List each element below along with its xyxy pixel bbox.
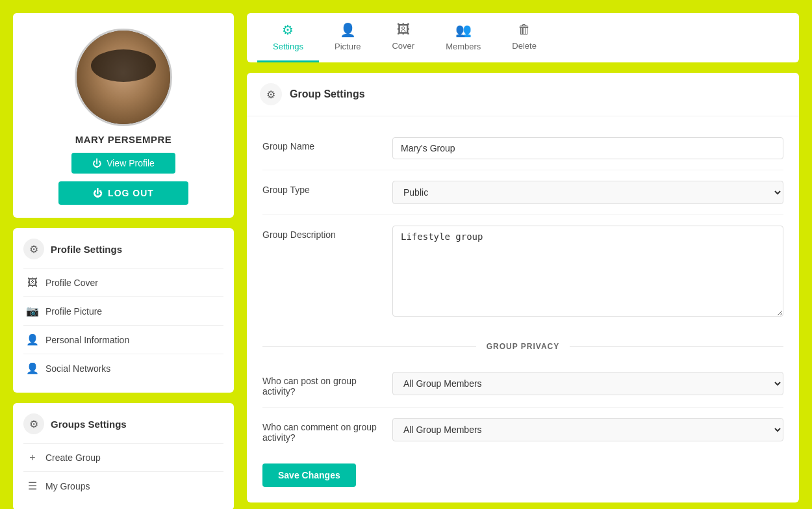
- group-type-select[interactable]: Public Private Hidden: [392, 181, 783, 204]
- privacy-line-left: [262, 346, 476, 347]
- group-description-field: Lifestyle group: [392, 226, 783, 319]
- power-icon: ⏻: [92, 158, 101, 168]
- group-description-label: Group Description: [262, 226, 379, 240]
- settings-tab-icon: ⚙: [282, 22, 294, 38]
- members-tab-icon: 👥: [455, 22, 472, 38]
- sidebar-item-profile-picture[interactable]: 📷 Profile Picture: [23, 297, 223, 326]
- group-settings-header-title: Group Settings: [290, 88, 365, 100]
- privacy-label: GROUP PRIVACY: [487, 342, 560, 351]
- group-name-input[interactable]: [392, 137, 783, 159]
- group-type-row: Group Type Public Private Hidden: [262, 170, 783, 215]
- group-settings-header: ⚙ Group Settings: [247, 73, 799, 116]
- avatar-container: [75, 29, 172, 126]
- profile-card: MARY PERSEMPRE ⏻ View Profile ⏻ LOG OUT: [13, 13, 234, 218]
- who-can-comment-row: Who can comment on group activity? All G…: [262, 408, 783, 453]
- group-name-row: Group Name: [262, 127, 783, 170]
- camera-icon: 📷: [26, 305, 39, 317]
- cover-tab-icon: 🖼: [397, 22, 410, 37]
- tab-members[interactable]: 👥 Members: [430, 13, 496, 62]
- group-settings-header-icon: ⚙: [260, 83, 282, 105]
- group-description-row: Group Description Lifestyle group: [262, 215, 783, 329]
- save-changes-button[interactable]: Save Changes: [262, 463, 356, 487]
- privacy-divider: GROUP PRIVACY: [262, 342, 783, 351]
- profile-settings-title: Profile Settings: [51, 244, 122, 255]
- sidebar-item-label: My Groups: [45, 481, 90, 491]
- group-name-label: Group Name: [262, 137, 379, 151]
- tab-cover[interactable]: 🖼 Cover: [376, 13, 430, 62]
- sidebar-item-label: Social Networks: [45, 363, 110, 374]
- profile-settings-gear-icon: ⚙: [23, 239, 44, 259]
- sidebar-item-create-group[interactable]: + Create Group: [23, 444, 223, 472]
- sidebar-item-profile-cover[interactable]: 🖼 Profile Cover: [23, 269, 223, 297]
- who-can-post-select[interactable]: All Group Members Admins Only Members On…: [392, 372, 783, 395]
- sidebar-item-label: Personal Information: [45, 335, 129, 345]
- who-can-comment-label: Who can comment on group activity?: [262, 418, 379, 443]
- groups-settings-header: ⚙ Groups Settings: [23, 413, 223, 443]
- group-settings-card: ⚙ Group Settings Group Name Group Type P…: [247, 73, 799, 502]
- who-can-comment-field: All Group Members Admins Only Members On…: [392, 418, 783, 441]
- picture-tab-icon: 👤: [340, 22, 356, 38]
- group-settings-form: Group Name Group Type Public Private Hid…: [247, 127, 799, 329]
- groups-settings-gear-icon: ⚙: [23, 413, 44, 434]
- sidebar-item-label: Profile Picture: [45, 306, 102, 317]
- privacy-line-right: [570, 346, 783, 347]
- who-can-comment-select[interactable]: All Group Members Admins Only Members On…: [392, 418, 783, 441]
- who-can-post-field: All Group Members Admins Only Members On…: [392, 372, 783, 395]
- username: MARY PERSEMPRE: [75, 134, 172, 145]
- main-content: ⚙ Settings 👤 Picture 🖼 Cover 👥 Members 🗑…: [247, 13, 799, 509]
- logout-button[interactable]: ⏻ LOG OUT: [58, 181, 188, 205]
- sidebar-item-label: Profile Cover: [45, 278, 98, 288]
- group-description-textarea[interactable]: Lifestyle group: [392, 226, 783, 317]
- who-can-post-row: Who can post on group activity? All Grou…: [262, 361, 783, 408]
- profile-settings-card: ⚙ Profile Settings 🖼 Profile Cover 📷 Pro…: [13, 228, 234, 393]
- sidebar-item-social-networks[interactable]: 👤 Social Networks: [23, 354, 223, 382]
- sidebar-item-personal-information[interactable]: 👤 Personal Information: [23, 326, 223, 354]
- list-icon: ☰: [26, 480, 39, 492]
- groups-settings-card: ⚙ Groups Settings + Create Group ☰ My Gr…: [13, 403, 234, 509]
- sidebar: MARY PERSEMPRE ⏻ View Profile ⏻ LOG OUT …: [13, 13, 234, 509]
- privacy-form-section: Who can post on group activity? All Grou…: [247, 361, 799, 453]
- social-icon: 👤: [26, 362, 39, 374]
- group-name-field: [392, 137, 783, 159]
- plus-icon: +: [26, 452, 39, 463]
- sidebar-item-my-groups[interactable]: ☰ My Groups: [23, 472, 223, 500]
- groups-settings-title: Groups Settings: [51, 419, 127, 430]
- tabs-bar: ⚙ Settings 👤 Picture 🖼 Cover 👥 Members 🗑…: [247, 13, 799, 62]
- group-type-field: Public Private Hidden: [392, 181, 783, 204]
- delete-tab-icon: 🗑: [518, 22, 531, 37]
- tab-picture[interactable]: 👤 Picture: [319, 13, 376, 62]
- view-profile-button[interactable]: ⏻ View Profile: [71, 153, 175, 174]
- logout-power-icon: ⏻: [93, 188, 103, 198]
- image-icon: 🖼: [26, 277, 39, 289]
- profile-settings-menu: 🖼 Profile Cover 📷 Profile Picture 👤 Pers…: [23, 268, 223, 382]
- groups-settings-menu: + Create Group ☰ My Groups: [23, 443, 223, 500]
- group-type-label: Group Type: [262, 181, 379, 195]
- profile-settings-header: ⚙ Profile Settings: [23, 239, 223, 268]
- sidebar-item-label: Create Group: [45, 452, 101, 463]
- tab-delete[interactable]: 🗑 Delete: [496, 13, 552, 62]
- who-can-post-label: Who can post on group activity?: [262, 372, 379, 397]
- user-icon: 👤: [26, 333, 39, 346]
- tab-settings[interactable]: ⚙ Settings: [257, 13, 319, 62]
- avatar: [77, 31, 170, 124]
